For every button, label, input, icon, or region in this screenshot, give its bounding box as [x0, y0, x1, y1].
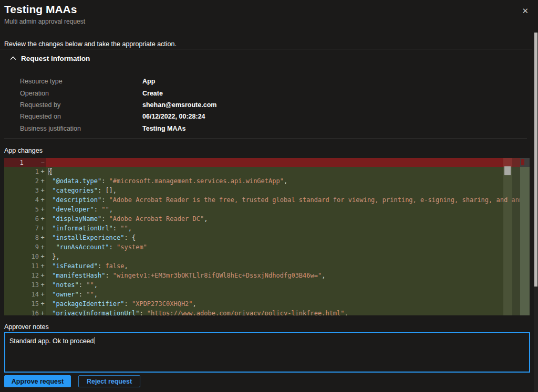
diff-line-number: 7	[4, 224, 39, 233]
app-changes-diff-viewer[interactable]: 1−1+{2+ "@odata.type": "#microsoft.manag…	[4, 158, 530, 315]
diff-line-sign: +	[39, 224, 46, 233]
info-value: Testing MAAs	[142, 125, 185, 132]
diff-line-code: "informationUrl": "",	[46, 224, 520, 233]
diff-line-sign: +	[39, 186, 46, 195]
diff-line: 2+ "@odata.type": "#microsoft.management…	[4, 176, 520, 186]
diff-line-code: "installExperience": {	[46, 233, 520, 242]
overview-ruler-top	[520, 158, 530, 167]
diff-line-number: 11	[4, 261, 39, 271]
request-information-header[interactable]: Request information	[4, 53, 90, 63]
diff-line-number: 12	[4, 271, 39, 280]
diff-line-number: 2	[4, 176, 39, 186]
diff-line: 14+ "owner": "",	[4, 290, 520, 299]
diff-line-code	[46, 158, 520, 167]
info-label: Resource type	[20, 78, 142, 85]
minimap-slider[interactable]	[504, 166, 511, 175]
page-scrollbar-thumb[interactable]	[534, 33, 537, 287]
overview-ruler	[520, 158, 530, 315]
diff-line: 5+ "developer": "",	[4, 205, 520, 214]
diff-line-number: 3	[4, 186, 39, 195]
info-value: 06/12/2022, 00:28:24	[142, 113, 205, 120]
diff-line-code: "@odata.type": "#microsoft.management.se…	[46, 176, 520, 186]
diff-line: 15+ "packageIdentifier": "XPDP273C0XHQH2…	[4, 299, 520, 309]
request-information-grid: Resource typeAppOperationCreateRequested…	[20, 76, 419, 134]
info-label: Requested on	[20, 113, 142, 120]
diff-line: 12+ "manifestHash": "wingetv1:+EM3mr3bOK…	[4, 271, 520, 280]
diff-line-sign: +	[39, 252, 46, 261]
diff-line: 4+ "description": "Adobe Acrobat Reader …	[4, 195, 520, 205]
diff-line: 7+ "informationUrl": "",	[4, 224, 520, 233]
info-row: Resource typeApp	[20, 76, 419, 87]
diff-line-code: "isFeatured": false,	[46, 261, 520, 271]
diff-line-number: 5	[4, 205, 39, 214]
diff-rows: 1−1+{2+ "@odata.type": "#microsoft.manag…	[4, 158, 520, 315]
approver-notes-text: Standard app. Ok to proceed	[9, 337, 94, 345]
approver-notes-input[interactable]: Standard app. Ok to proceed	[4, 332, 530, 373]
page-scrollbar-track[interactable]	[534, 33, 538, 392]
diff-line-sign: +	[39, 167, 46, 176]
minimap	[503, 158, 520, 315]
info-value: Create	[142, 90, 163, 97]
diff-line: 8+ "installExperience": {	[4, 233, 520, 242]
diff-line: 16+ "privacyInformationUrl": "https://ww…	[4, 309, 520, 315]
diff-line-sign: +	[39, 299, 46, 309]
info-row: OperationCreate	[20, 87, 419, 99]
info-row: Requested byshehan@emsroute.com	[20, 99, 419, 111]
info-value: App	[142, 78, 155, 85]
info-row: Requested on06/12/2022, 00:28:24	[20, 111, 419, 122]
diff-line: 1+{	[4, 167, 520, 176]
diff-line: 1−	[4, 158, 520, 167]
diff-line-code: "displayName": "Adobe Acrobat Reader DC"…	[46, 214, 520, 224]
diff-line-number: 16	[4, 309, 39, 315]
text-caret	[95, 337, 95, 344]
overview-ruler-deleted-mark	[521, 159, 524, 165]
diff-line-code: "notes": "",	[46, 280, 520, 290]
diff-line-number: 8	[4, 233, 39, 242]
chevron-up-icon	[7, 56, 19, 60]
diff-line-sign: +	[39, 242, 46, 252]
diff-line-sign: +	[39, 290, 46, 299]
approver-notes-label: Approver notes	[4, 323, 49, 331]
diff-line-number: 13	[4, 280, 39, 290]
divider	[0, 49, 532, 49]
section-label: Request information	[21, 55, 90, 62]
diff-line-sign: +	[39, 214, 46, 224]
diff-line-code: },	[46, 252, 520, 261]
action-buttons: Approve request Reject request	[4, 375, 140, 387]
diff-line-sign: +	[39, 271, 46, 280]
diff-line-number: 9	[4, 242, 39, 252]
diff-line: 11+ "isFeatured": false,	[4, 261, 520, 271]
info-label: Operation	[20, 90, 142, 97]
diff-line-code: "description": "Adobe Acrobat Reader is …	[46, 195, 520, 205]
diff-line-code: "privacyInformationUrl": "https://www.ad…	[46, 309, 520, 315]
reject-request-button[interactable]: Reject request	[78, 375, 140, 387]
diff-line-code: "categories": [],	[46, 186, 520, 195]
diff-line-sign: −	[39, 158, 46, 167]
diff-line-sign: +	[39, 205, 46, 214]
diff-line-number: 10	[4, 252, 39, 261]
instructions-text: Review the changes below and take the ap…	[4, 40, 177, 48]
diff-line-number: 6	[4, 214, 39, 224]
diff-line-code: "runAsAccount": "system"	[46, 242, 520, 252]
diff-line-sign: +	[39, 261, 46, 271]
diff-line-number: 15	[4, 299, 39, 309]
diff-line-sign: +	[39, 176, 46, 186]
diff-line-code: {	[46, 167, 520, 176]
diff-line: 10+ },	[4, 252, 520, 261]
app-changes-label: App changes	[4, 147, 43, 154]
diff-line-sign: +	[39, 233, 46, 242]
diff-line: 6+ "displayName": "Adobe Acrobat Reader …	[4, 214, 520, 224]
diff-line-number: 14	[4, 290, 39, 299]
page-subtitle: Multi admin approval request	[4, 18, 85, 25]
info-row: Business justificationTesting MAAs	[20, 123, 419, 134]
diff-line-sign: +	[39, 309, 46, 315]
close-icon[interactable]: ✕	[520, 5, 531, 17]
approve-request-button[interactable]: Approve request	[4, 375, 71, 387]
diff-line-sign: +	[39, 280, 46, 290]
diff-line: 13+ "notes": "",	[4, 280, 520, 290]
divider	[4, 139, 527, 139]
diff-line-code: "owner": "",	[46, 290, 520, 299]
minimap-shade	[512, 158, 520, 315]
info-label: Business justification	[20, 125, 142, 132]
diff-line-code: "manifestHash": "wingetv1:+EM3mr3bOKTLlr…	[46, 271, 520, 280]
